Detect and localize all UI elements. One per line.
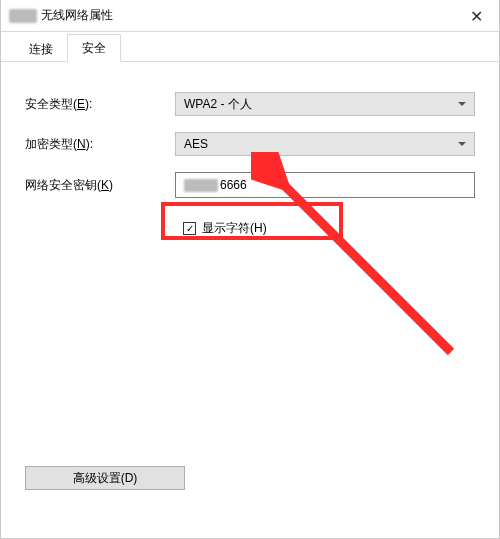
label-network-key: 网络安全密钥(K): [25, 177, 175, 194]
label-security-type: 安全类型(E):: [25, 96, 175, 113]
tab-security[interactable]: 安全: [67, 34, 121, 62]
row-encrypt-type: 加密类型(N): AES: [25, 132, 475, 156]
select-security-type[interactable]: WPA2 - 个人: [175, 92, 475, 116]
title-obscured-prefix: [9, 9, 37, 23]
svg-line-0: [273, 174, 451, 352]
label-show-characters: 显示字符(H): [202, 220, 267, 237]
input-network-key[interactable]: 6666: [175, 172, 475, 198]
row-network-key: 网络安全密钥(K) 6666: [25, 172, 475, 198]
close-icon: ✕: [470, 7, 483, 26]
close-button[interactable]: ✕: [453, 0, 499, 32]
network-key-obscured: [184, 179, 218, 192]
tab-connection[interactable]: 连接: [15, 36, 67, 62]
advanced-settings-button[interactable]: 高级设置(D): [25, 466, 185, 490]
network-key-visible: 6666: [220, 178, 247, 192]
checkmark-icon: ✓: [186, 224, 194, 234]
row-security-type: 安全类型(E): WPA2 - 个人: [25, 92, 475, 116]
tabstrip: 连接 安全: [1, 36, 499, 62]
label-encrypt-type: 加密类型(N):: [25, 136, 175, 153]
form-area: 安全类型(E): WPA2 - 个人 加密类型(N): AES: [1, 62, 499, 243]
select-security-type-value: WPA2 - 个人: [184, 96, 252, 113]
row-show-characters: ✓ 显示字符(H): [175, 214, 335, 243]
select-encrypt-type[interactable]: AES: [175, 132, 475, 156]
titlebar: 无线网络属性 ✕: [1, 0, 499, 32]
advanced-settings-label: 高级设置(D): [73, 470, 138, 487]
window-title: 无线网络属性: [41, 7, 113, 24]
select-encrypt-type-value: AES: [184, 137, 208, 151]
checkbox-show-characters[interactable]: ✓: [183, 222, 196, 235]
